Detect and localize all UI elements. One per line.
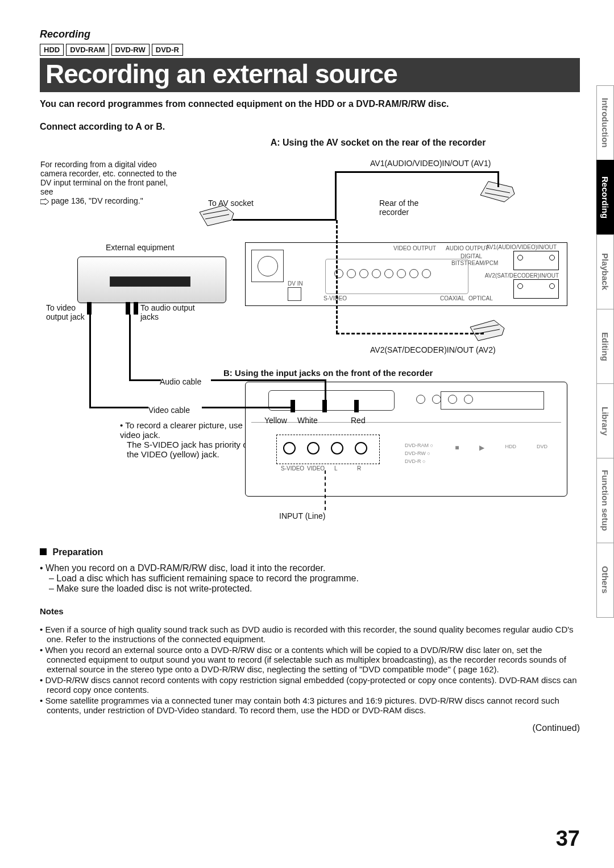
note-3: • DVD-R/RW discs cannot record contents … bbox=[40, 675, 580, 695]
page-title-bar: Recording an external source bbox=[40, 58, 580, 92]
continued-label: (Continued) bbox=[40, 723, 580, 733]
label-to-video: To video output jack bbox=[46, 303, 93, 321]
dv-note-text: For recording from a digital video camer… bbox=[40, 160, 177, 196]
tab-playback[interactable]: Playback bbox=[596, 234, 614, 309]
label-audio-cable: Audio cable bbox=[160, 377, 201, 386]
tab-introduction[interactable]: Introduction bbox=[596, 85, 614, 160]
front-label-video: VIDEO bbox=[307, 465, 325, 472]
arrow-icon bbox=[40, 199, 49, 205]
note-4: • Some satellite programmes via a connec… bbox=[40, 696, 580, 715]
front-label-r: R bbox=[357, 465, 361, 472]
page-number: 37 bbox=[556, 826, 580, 851]
panel-label-digital: DIGITAL bbox=[460, 253, 482, 259]
label-to-audio: To audio output jacks bbox=[140, 303, 197, 321]
lead-text: You can record programmes from connected… bbox=[40, 99, 580, 109]
panel-label-svideo: S-VIDEO bbox=[323, 295, 347, 301]
label-yellow: Yellow bbox=[264, 416, 287, 425]
front-label-l: L bbox=[334, 465, 338, 472]
plug-yellow bbox=[291, 400, 295, 412]
play-icon: ▶ bbox=[479, 444, 484, 452]
prep-item-2: – Load a disc which has sufficient remai… bbox=[40, 573, 580, 584]
option-a-title: A: Using the AV socket on the rear of th… bbox=[176, 138, 580, 148]
label-rear: Rear of the recorder bbox=[379, 199, 436, 217]
connection-diagram: For recording from a digital video camer… bbox=[40, 154, 580, 542]
panel-label-audio-out: AUDIO OUTPUT bbox=[446, 245, 489, 251]
recorder-rear-panel: DV IN VIDEO OUTPUT AUDIO OUTPUT S-VIDEO … bbox=[245, 242, 567, 306]
badge-dvd-ram: DVD-RAM bbox=[66, 44, 109, 56]
svg-marker-7 bbox=[470, 320, 504, 341]
tab-function-setup[interactable]: Function setup bbox=[596, 458, 614, 543]
scart-plug-av2 bbox=[467, 319, 507, 345]
notes-heading: Notes bbox=[40, 606, 580, 616]
option-b-title: B: Using the input jacks on the front of… bbox=[223, 368, 433, 378]
panel-label-coax: COAXIAL bbox=[440, 295, 464, 301]
panel-label-bitstream: BITSTREAM/PCM bbox=[451, 260, 498, 266]
panel-label-av1-tiny: AV1(AUDIO/VIDEO)IN/OUT bbox=[486, 244, 557, 250]
badge-dvd-r: DVD-R bbox=[152, 44, 183, 56]
recorder-front-panel: ■ ▶ HDD DVD S-VIDEO VIDEO L R DVD-RAM ○D… bbox=[245, 382, 567, 497]
section-label: Recording bbox=[40, 28, 580, 40]
panel-label-optical: OPTICAL bbox=[468, 295, 493, 301]
media-badges: HDD DVD-RAM DVD-RW DVD-R bbox=[40, 44, 580, 56]
label-external-equipment: External equipment bbox=[106, 243, 175, 252]
audio-plug-l bbox=[126, 302, 130, 315]
note-2: • When you record an external source ont… bbox=[40, 645, 580, 674]
label-av1: AV1(AUDIO/VIDEO)IN/OUT (AV1) bbox=[370, 159, 491, 168]
scart-plug-left bbox=[197, 203, 237, 229]
label-av2: AV2(SAT/DECODER)IN/OUT (AV2) bbox=[370, 345, 496, 354]
badge-dvd-rw: DVD-RW bbox=[111, 44, 150, 56]
external-equipment bbox=[77, 257, 226, 303]
label-input-line: INPUT (Line) bbox=[279, 511, 325, 520]
page-title: Recording an external source bbox=[45, 60, 574, 88]
stop-icon: ■ bbox=[455, 444, 459, 452]
preparation-heading: Preparation bbox=[40, 547, 580, 557]
dv-note: For recording from a digital video camer… bbox=[40, 160, 182, 205]
svg-marker-1 bbox=[200, 205, 234, 226]
prep-item-3: – Make sure the loaded disc is not write… bbox=[40, 584, 580, 594]
square-bullet-icon bbox=[40, 548, 47, 555]
panel-label-av2-tiny: AV2(SAT/DECODER)IN/OUT bbox=[485, 272, 559, 279]
scart-av1 bbox=[513, 251, 559, 270]
front-label-svideo: S-VIDEO bbox=[281, 465, 304, 472]
label-video-cable: Video cable bbox=[148, 406, 190, 415]
plug-red bbox=[354, 400, 359, 412]
cable-note-1: • To record a clearer picture, use the S… bbox=[120, 420, 265, 440]
connect-heading: Connect according to A or B. bbox=[40, 122, 580, 132]
svg-marker-0 bbox=[40, 199, 49, 205]
note-1: • Even if a source of high quality sound… bbox=[40, 625, 580, 644]
scart-av2 bbox=[513, 279, 559, 299]
label-white: White bbox=[297, 416, 318, 425]
dv-ref: page 136, "DV recording." bbox=[51, 196, 143, 205]
badge-hdd: HDD bbox=[40, 44, 64, 56]
tab-others[interactable]: Others bbox=[596, 543, 614, 618]
panel-label-video-out: VIDEO OUTPUT bbox=[393, 245, 436, 251]
tab-library[interactable]: Library bbox=[596, 383, 614, 458]
input-highlight bbox=[276, 435, 380, 464]
panel-label-dvin: DV IN bbox=[288, 280, 303, 287]
tab-editing[interactable]: Editing bbox=[596, 309, 614, 383]
section-tabs: Introduction Recording Playback Editing … bbox=[596, 85, 614, 618]
tab-recording[interactable]: Recording bbox=[596, 160, 614, 234]
prep-item-1: • When you record on a DVD-RAM/R/RW disc… bbox=[40, 563, 580, 573]
audio-plug-r bbox=[134, 302, 138, 315]
label-red: Red bbox=[351, 416, 366, 425]
manual-page: Introduction Recording Playback Editing … bbox=[0, 0, 614, 868]
